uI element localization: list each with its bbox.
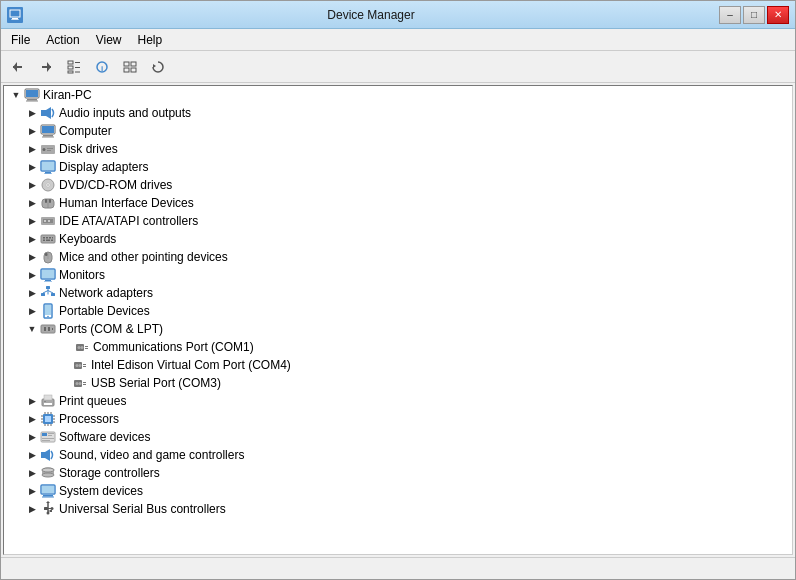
minimize-button[interactable]: – bbox=[719, 6, 741, 24]
com1-label: Communications Port (COM1) bbox=[93, 340, 254, 354]
display-label: Display adapters bbox=[59, 160, 148, 174]
tree-item-keyboard[interactable]: ▶ Keyboards bbox=[4, 230, 792, 248]
network-expand-icon[interactable]: ▶ bbox=[24, 285, 40, 301]
svg-rect-116 bbox=[41, 452, 45, 458]
usb-expand-icon[interactable]: ▶ bbox=[24, 501, 40, 517]
computer-expand-icon[interactable]: ▶ bbox=[24, 123, 40, 139]
svg-rect-89 bbox=[83, 384, 86, 385]
computer-node-icon bbox=[40, 123, 56, 139]
storage-icon bbox=[40, 465, 56, 481]
storage-expand-icon[interactable]: ▶ bbox=[24, 465, 40, 481]
tree-item-ide[interactable]: ▶ IDE ATA/ATAPI controllers bbox=[4, 212, 792, 230]
keyboard-expand-icon[interactable]: ▶ bbox=[24, 231, 40, 247]
svg-rect-55 bbox=[46, 240, 50, 242]
refresh-button[interactable] bbox=[145, 55, 171, 79]
svg-marker-19 bbox=[153, 64, 156, 68]
menu-bar: File Action View Help bbox=[1, 29, 795, 51]
tree-item-system[interactable]: ▶ System devices bbox=[4, 482, 792, 500]
svg-rect-97 bbox=[45, 416, 51, 422]
tree-item-processor[interactable]: ▶ Proces bbox=[4, 410, 792, 428]
software-expand-icon[interactable]: ▶ bbox=[24, 429, 40, 445]
svg-rect-65 bbox=[41, 293, 45, 296]
svg-point-80 bbox=[78, 346, 81, 349]
menu-help[interactable]: Help bbox=[130, 31, 171, 49]
svg-rect-35 bbox=[42, 162, 54, 170]
tree-item-usb[interactable]: ▶ Universal Serial Bus controllers bbox=[4, 500, 792, 518]
svg-rect-47 bbox=[44, 220, 46, 222]
tree-item-disk[interactable]: ▶ Disk drives bbox=[4, 140, 792, 158]
ports-expand-icon[interactable]: ▼ bbox=[24, 321, 40, 337]
tree-item-software[interactable]: ▶ Software devices bbox=[4, 428, 792, 446]
mouse-expand-icon[interactable]: ▶ bbox=[24, 249, 40, 265]
tree-item-audio[interactable]: ▶ Audio inputs and outputs bbox=[4, 104, 792, 122]
tree-item-sound[interactable]: ▶ Sound, video and game controllers bbox=[4, 446, 792, 464]
print-expand-icon[interactable]: ▶ bbox=[24, 393, 40, 409]
system-expand-icon[interactable]: ▶ bbox=[24, 483, 40, 499]
forward-button[interactable] bbox=[33, 55, 59, 79]
svg-marker-25 bbox=[46, 107, 51, 119]
tree-item-com3[interactable]: USB Serial Port (COM3) bbox=[4, 374, 792, 392]
menu-action[interactable]: Action bbox=[38, 31, 87, 49]
tree-root[interactable]: ▼ Kiran-PC bbox=[4, 86, 792, 104]
tree-item-hid[interactable]: ▶ Human Interface Devices bbox=[4, 194, 792, 212]
close-button[interactable]: ✕ bbox=[767, 6, 789, 24]
svg-point-133 bbox=[47, 512, 50, 515]
tree-item-print[interactable]: ▶ Print queues bbox=[4, 392, 792, 410]
sound-expand-icon[interactable]: ▶ bbox=[24, 447, 40, 463]
tree-item-monitor[interactable]: ▶ Monitors bbox=[4, 266, 792, 284]
tree-item-portable[interactable]: ▶ Portable Devices bbox=[4, 302, 792, 320]
com1-expand-icon bbox=[62, 339, 74, 355]
tree-view-button[interactable] bbox=[61, 55, 87, 79]
tree-item-computer[interactable]: ▶ Computer bbox=[4, 122, 792, 140]
svg-rect-21 bbox=[27, 99, 37, 101]
ide-icon bbox=[40, 213, 56, 229]
tree-item-storage[interactable]: ▶ Storage controllers bbox=[4, 464, 792, 482]
ide-expand-icon[interactable]: ▶ bbox=[24, 213, 40, 229]
computer-label: Computer bbox=[59, 124, 112, 138]
tree-item-com4[interactable]: Intel Edison Virtual Com Port (COM4) bbox=[4, 356, 792, 374]
display-expand-icon[interactable]: ▶ bbox=[24, 159, 40, 175]
svg-point-31 bbox=[43, 148, 46, 151]
tree-item-ports[interactable]: ▼ Ports (COM & LPT) bbox=[4, 320, 792, 338]
maximize-button[interactable]: □ bbox=[743, 6, 765, 24]
svg-point-40 bbox=[47, 184, 49, 186]
tree-item-mouse[interactable]: ▶ Mice and other pointing devices bbox=[4, 248, 792, 266]
properties-button[interactable]: i bbox=[89, 55, 115, 79]
menu-view[interactable]: View bbox=[88, 31, 130, 49]
monitor-expand-icon[interactable]: ▶ bbox=[24, 267, 40, 283]
tree-item-display[interactable]: ▶ Display adapters bbox=[4, 158, 792, 176]
title-bar-left bbox=[7, 7, 23, 23]
com4-expand-icon bbox=[60, 357, 72, 373]
svg-marker-127 bbox=[46, 501, 50, 503]
svg-rect-79 bbox=[85, 348, 88, 349]
processor-expand-icon[interactable]: ▶ bbox=[24, 411, 40, 427]
device-tree[interactable]: ▼ Kiran-PC ▶ Audio bbox=[3, 85, 793, 555]
menu-file[interactable]: File bbox=[3, 31, 38, 49]
dvd-expand-icon[interactable]: ▶ bbox=[24, 177, 40, 193]
svg-rect-48 bbox=[48, 220, 50, 222]
dvd-label: DVD/CD-ROM drives bbox=[59, 178, 172, 192]
svg-rect-63 bbox=[44, 281, 52, 282]
window-title: Device Manager bbox=[23, 8, 719, 22]
svg-rect-17 bbox=[124, 68, 129, 72]
svg-rect-94 bbox=[44, 403, 52, 405]
tree-item-dvd[interactable]: ▶ DVD/CD-ROM drives bbox=[4, 176, 792, 194]
portable-expand-icon[interactable]: ▶ bbox=[24, 303, 40, 319]
disk-expand-icon[interactable]: ▶ bbox=[24, 141, 40, 157]
back-button[interactable] bbox=[5, 55, 31, 79]
svg-rect-76 bbox=[52, 328, 53, 330]
root-expand-icon[interactable]: ▼ bbox=[8, 87, 24, 103]
hid-expand-icon[interactable]: ▶ bbox=[24, 195, 40, 211]
svg-rect-27 bbox=[42, 126, 54, 133]
tree-item-network[interactable]: ▶ Network adapters bbox=[4, 284, 792, 302]
tree-item-com1[interactable]: Communications Port (COM1) bbox=[4, 338, 792, 356]
svg-rect-51 bbox=[46, 237, 48, 239]
svg-rect-7 bbox=[68, 61, 73, 64]
list-view-button[interactable] bbox=[117, 55, 143, 79]
svg-rect-29 bbox=[42, 137, 54, 138]
sound-icon bbox=[40, 447, 56, 463]
audio-expand-icon[interactable]: ▶ bbox=[24, 105, 40, 121]
svg-point-130 bbox=[51, 507, 54, 510]
svg-rect-8 bbox=[68, 66, 73, 69]
svg-rect-93 bbox=[44, 395, 52, 400]
